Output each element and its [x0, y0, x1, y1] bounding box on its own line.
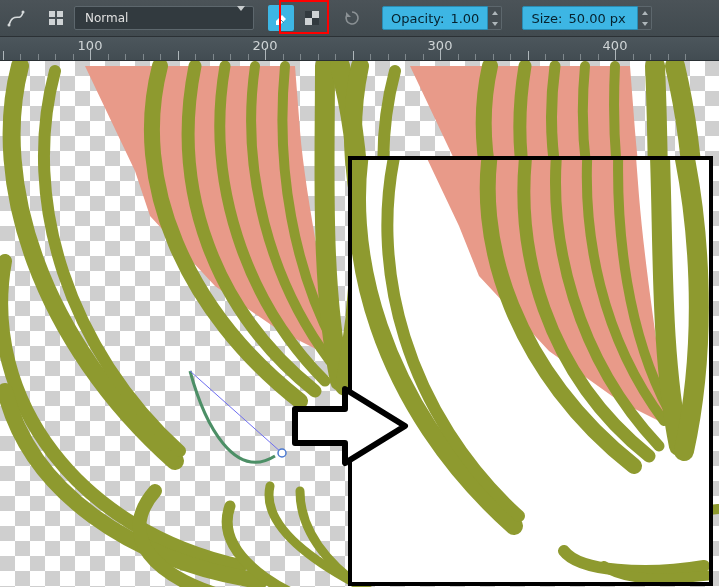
- transition-arrow-icon: [290, 381, 410, 471]
- svg-point-0: [8, 24, 11, 27]
- chevron-down-icon: [237, 11, 245, 25]
- artwork-after: [348, 156, 713, 586]
- size-step-down[interactable]: [638, 18, 651, 29]
- curve-tool-icon: [7, 9, 25, 27]
- size-steppers[interactable]: [638, 6, 652, 30]
- svg-rect-7: [305, 11, 312, 18]
- size-spinbox[interactable]: Size: 50.00 px: [522, 6, 652, 30]
- preserve-alpha-icon: [303, 9, 321, 27]
- opacity-label: Opacity:: [391, 11, 444, 26]
- opacity-value: 1.00: [450, 11, 479, 26]
- size-label: Size:: [531, 11, 562, 26]
- ruler-label: 400: [603, 38, 628, 53]
- opacity-step-up[interactable]: [488, 7, 501, 18]
- app-window: Normal Opacity:: [0, 0, 719, 587]
- ruler-label: 200: [253, 38, 278, 53]
- ruler-label: 300: [428, 38, 453, 53]
- eraser-mode-button[interactable]: [268, 5, 294, 31]
- svg-rect-2: [49, 11, 55, 17]
- grid-icon: [47, 9, 65, 27]
- preserve-alpha-button[interactable]: [300, 6, 324, 30]
- opacity-steppers[interactable]: [488, 6, 502, 30]
- size-value: 50.00 px: [568, 11, 625, 26]
- grid-button[interactable]: [44, 6, 68, 30]
- eraser-icon: [272, 9, 290, 27]
- svg-rect-4: [49, 19, 55, 25]
- inset-after-panel: [348, 156, 713, 586]
- svg-rect-8: [312, 18, 319, 25]
- svg-point-10: [278, 449, 286, 457]
- curve-tool-button[interactable]: [4, 6, 28, 30]
- canvas-area[interactable]: [0, 61, 719, 587]
- opacity-step-down[interactable]: [488, 18, 501, 29]
- ruler-label: 100: [78, 38, 103, 53]
- reload-icon: [343, 9, 361, 27]
- blend-mode-combo[interactable]: Normal: [74, 6, 254, 30]
- blend-mode-value: Normal: [85, 11, 128, 25]
- svg-point-1: [22, 11, 25, 14]
- opacity-spinbox[interactable]: Opacity: 1.00: [382, 6, 502, 30]
- svg-rect-3: [57, 11, 63, 17]
- ruler-horizontal: 100200300400: [0, 37, 719, 61]
- reload-preset-button[interactable]: [340, 6, 364, 30]
- svg-rect-5: [57, 19, 63, 25]
- toolbar: Normal Opacity:: [0, 0, 719, 37]
- size-step-up[interactable]: [638, 7, 651, 18]
